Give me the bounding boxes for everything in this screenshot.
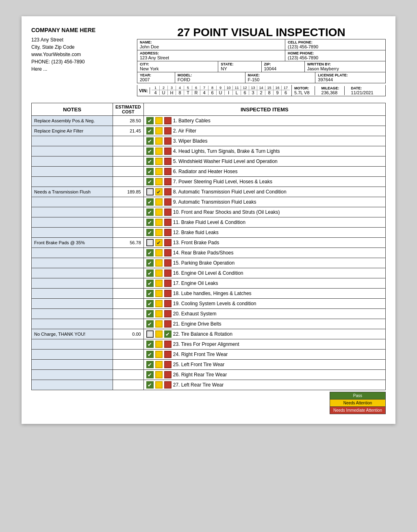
- red-checkbox[interactable]: [164, 168, 172, 175]
- red-checkbox[interactable]: [164, 229, 172, 236]
- yellow-checkbox[interactable]: [155, 351, 163, 358]
- red-checkbox[interactable]: [164, 137, 172, 145]
- red-checkbox[interactable]: [164, 239, 172, 246]
- red-checkbox[interactable]: [164, 300, 172, 307]
- yellow-checkbox[interactable]: [155, 300, 163, 307]
- green-checkbox[interactable]: ✔: [146, 300, 154, 307]
- cost-cell: [113, 177, 144, 187]
- yellow-checkbox[interactable]: [155, 168, 163, 175]
- green-checkbox[interactable]: ✔: [146, 351, 154, 358]
- red-checkbox[interactable]: [164, 259, 172, 267]
- header-section: COMPANY NAME HERE 123 Any Street City, S…: [31, 26, 386, 100]
- red-checkbox[interactable]: [164, 219, 172, 226]
- yellow-checkbox[interactable]: [155, 198, 163, 206]
- red-checkbox[interactable]: ✔: [164, 330, 172, 338]
- red-checkbox[interactable]: [164, 310, 172, 317]
- cost-cell: 189.85: [113, 187, 144, 197]
- written-label: WRITTEN BY:: [307, 62, 383, 66]
- red-checkbox[interactable]: [164, 208, 172, 216]
- green-checkbox[interactable]: ✔: [146, 310, 154, 317]
- green-checkbox[interactable]: ✔: [146, 178, 154, 185]
- red-checkbox[interactable]: [164, 381, 172, 389]
- green-checkbox[interactable]: ✔: [146, 371, 154, 378]
- green-checkbox[interactable]: [146, 330, 154, 338]
- green-checkbox[interactable]: ✔: [146, 249, 154, 256]
- yellow-checkbox[interactable]: [155, 127, 163, 135]
- item-label: 5. Windshield Washer Fluid Level and Ope…: [173, 159, 383, 164]
- legend-needs-cell: Needs Attention: [330, 400, 385, 407]
- cost-cell: [113, 248, 144, 258]
- green-checkbox[interactable]: ✔: [146, 198, 154, 206]
- green-checkbox[interactable]: [146, 239, 154, 246]
- green-checkbox[interactable]: ✔: [146, 381, 154, 389]
- green-checkbox[interactable]: ✔: [146, 127, 154, 135]
- green-checkbox[interactable]: ✔: [146, 137, 154, 145]
- yellow-checkbox[interactable]: [155, 117, 163, 124]
- year-value: 2007: [140, 77, 172, 82]
- yellow-checkbox[interactable]: [155, 280, 163, 287]
- yellow-checkbox[interactable]: [155, 208, 163, 216]
- yellow-checkbox[interactable]: [155, 269, 163, 277]
- yellow-checkbox[interactable]: [155, 371, 163, 378]
- yellow-checkbox[interactable]: [155, 137, 163, 145]
- table-row: ✔6. Radiator and Heater Hoses: [32, 167, 386, 177]
- green-checkbox[interactable]: ✔: [146, 117, 154, 124]
- red-checkbox[interactable]: [164, 371, 172, 378]
- red-checkbox[interactable]: [164, 269, 172, 277]
- yellow-checkbox[interactable]: ✔: [155, 188, 163, 195]
- green-checkbox[interactable]: ✔: [146, 269, 154, 277]
- red-checkbox[interactable]: [164, 117, 172, 124]
- green-checkbox[interactable]: ✔: [146, 280, 154, 287]
- yellow-checkbox[interactable]: [155, 381, 163, 389]
- yellow-checkbox[interactable]: [155, 361, 163, 368]
- red-checkbox[interactable]: [164, 280, 172, 287]
- yellow-checkbox[interactable]: ✔: [155, 239, 163, 246]
- green-checkbox[interactable]: ✔: [146, 361, 154, 368]
- red-checkbox[interactable]: [164, 290, 172, 297]
- yellow-checkbox[interactable]: [155, 320, 163, 328]
- table-row: ✔11. Brake Fluid Level & Condition: [32, 217, 386, 228]
- yellow-checkbox[interactable]: [155, 158, 163, 165]
- red-checkbox[interactable]: [164, 158, 172, 165]
- green-checkbox[interactable]: ✔: [146, 259, 154, 267]
- green-checkbox[interactable]: ✔: [146, 148, 154, 155]
- green-checkbox[interactable]: ✔: [146, 290, 154, 297]
- state-cell: STATE: NY: [218, 61, 261, 72]
- company-address1: 123 Any Street: [31, 36, 129, 43]
- yellow-checkbox[interactable]: [155, 219, 163, 226]
- green-checkbox[interactable]: ✔: [146, 208, 154, 216]
- yellow-checkbox[interactable]: [155, 259, 163, 267]
- green-checkbox[interactable]: [146, 188, 154, 195]
- item-cell: ✔5. Windshield Washer Fluid Level and Op…: [143, 156, 385, 167]
- red-checkbox[interactable]: [164, 198, 172, 206]
- red-checkbox[interactable]: [164, 188, 172, 195]
- yellow-checkbox[interactable]: [155, 249, 163, 256]
- green-checkbox[interactable]: ✔: [146, 341, 154, 348]
- yellow-checkbox[interactable]: [155, 310, 163, 317]
- green-checkbox[interactable]: ✔: [146, 229, 154, 236]
- yellow-checkbox[interactable]: [155, 178, 163, 185]
- table-row: ✔4. Head Lights, Turn Signals, Brake & T…: [32, 146, 386, 156]
- yellow-checkbox[interactable]: [155, 229, 163, 236]
- green-checkbox[interactable]: ✔: [146, 219, 154, 226]
- red-checkbox[interactable]: [164, 148, 172, 155]
- yellow-checkbox[interactable]: [155, 330, 163, 338]
- red-checkbox[interactable]: [164, 320, 172, 328]
- green-checkbox[interactable]: ✔: [146, 168, 154, 175]
- yellow-checkbox[interactable]: [155, 290, 163, 297]
- red-checkbox[interactable]: [164, 351, 172, 358]
- yellow-checkbox[interactable]: [155, 341, 163, 348]
- green-checkbox[interactable]: ✔: [146, 158, 154, 165]
- zip-value: 10044: [264, 66, 302, 71]
- red-checkbox[interactable]: [164, 178, 172, 185]
- red-checkbox[interactable]: [164, 249, 172, 256]
- red-checkbox[interactable]: [164, 361, 172, 368]
- yellow-checkbox[interactable]: [155, 148, 163, 155]
- red-checkbox[interactable]: [164, 127, 172, 135]
- item-label: 9. Automatic Transmission Fluid Leaks: [173, 199, 383, 205]
- table-row: ✔19. Cooling System Levels & condition: [32, 299, 386, 309]
- green-checkbox[interactable]: ✔: [146, 320, 154, 328]
- red-checkbox[interactable]: [164, 341, 172, 348]
- table-header-row: NOTES ESTIMATED COST INSPECTED ITEMS: [32, 103, 386, 116]
- motor-value: 5.7L V8: [294, 90, 310, 95]
